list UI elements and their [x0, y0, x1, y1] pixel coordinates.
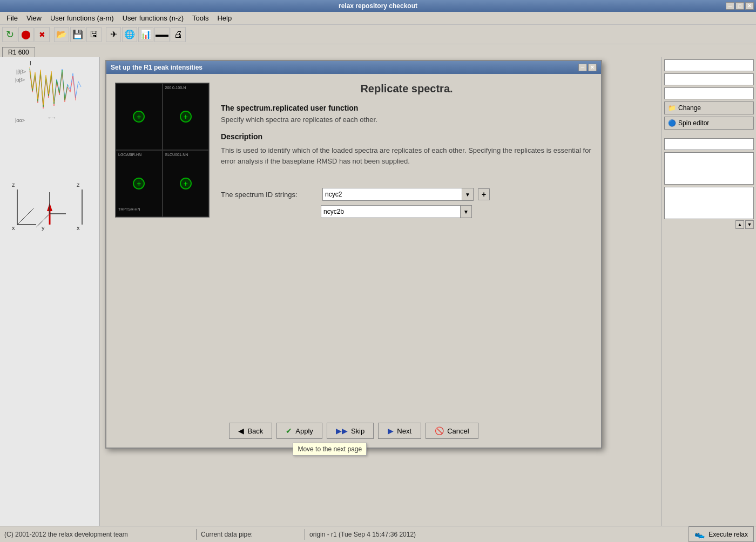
- form-label: The spectrum ID strings:: [221, 191, 318, 199]
- svg-text:→: →: [51, 115, 56, 120]
- preview-cell-3: LGCASIR-HN TRPTSR-HN: [116, 150, 163, 217]
- toolbar-open-btn[interactable]: 📂: [54, 27, 69, 42]
- close-btn[interactable]: ✕: [745, 2, 754, 10]
- toolbar-globe-btn[interactable]: 🌐: [122, 27, 137, 42]
- app-title-bar: relax repository checkout ─ □ ✕: [0, 0, 756, 12]
- minimize-btn[interactable]: ─: [726, 2, 734, 10]
- execute-relax-button[interactable]: 👟 Execute relax: [688, 526, 754, 542]
- dialog-minimize-btn[interactable]: ─: [578, 64, 587, 71]
- menu-user-functions-am[interactable]: User functions (a-m): [46, 13, 118, 23]
- sidebar-scroll-controls: ▲ ▼: [664, 220, 754, 229]
- cancel-button[interactable]: 🚫 Cancel: [426, 423, 478, 439]
- preview-cell-4: SLCU001-NN: [163, 150, 210, 217]
- next-icon: ▶: [388, 426, 394, 435]
- toolbar-chart-btn[interactable]: 📊: [138, 27, 153, 42]
- skip-icon: ▶▶: [336, 426, 348, 435]
- add-spectrum-btn[interactable]: +: [478, 188, 490, 200]
- dialog-title-label: Set up the R1 peak intensities: [111, 64, 202, 71]
- next-tooltip: Move to the next page: [293, 443, 367, 456]
- execute-icon: 👟: [694, 529, 705, 539]
- spin-editor-button[interactable]: 🔵 Spin editor: [664, 117, 754, 130]
- toolbar-bar-btn[interactable]: ▬▬: [154, 27, 170, 42]
- cancel-icon: 🚫: [435, 426, 444, 435]
- back-button[interactable]: ◀ Back: [229, 423, 272, 439]
- toolbar-run-btn[interactable]: ✈: [106, 27, 121, 42]
- dialog-preview-panel: 200.0-100-N LGCASIR-HN TRPTSR-HN SLCU001…: [115, 83, 212, 408]
- window-controls: ─ □ ✕: [726, 2, 754, 10]
- peak-marker-2: [180, 111, 192, 123]
- dialog: Set up the R1 peak intensities ─ ✕: [105, 60, 602, 449]
- svg-text:|ββ>: |ββ>: [16, 69, 26, 74]
- next-button[interactable]: ▶ Next Move to the next page: [378, 423, 421, 439]
- menu-view[interactable]: View: [22, 13, 46, 23]
- toolbar-save-btn[interactable]: 💾: [70, 27, 85, 42]
- svg-text:y: y: [42, 225, 45, 231]
- function-title: The spectrum.replicated user function: [221, 104, 592, 112]
- dialog-content: Replicate spectra. The spectrum.replicat…: [221, 83, 592, 408]
- status-bar: (C) 2001-2012 the relax development team…: [0, 526, 756, 542]
- app-title: relax repository checkout: [339, 2, 417, 10]
- svg-text:z: z: [12, 181, 15, 188]
- spectrum-id-input-2[interactable]: ncyc2b: [321, 205, 472, 218]
- menu-tools[interactable]: Tools: [188, 13, 213, 23]
- left-panel: I |ββ> |αβ> |αα> ← → z x: [0, 57, 100, 526]
- menu-file[interactable]: File: [2, 13, 22, 23]
- svg-text:|αβ>: |αβ>: [15, 77, 25, 83]
- svg-text:x: x: [77, 225, 80, 231]
- spectrum-id-dropdown-1[interactable]: ▼: [462, 188, 474, 201]
- apply-button[interactable]: ✔ Apply: [276, 423, 322, 439]
- sidebar-input-4[interactable]: [664, 138, 754, 150]
- change-button[interactable]: 📁 Change: [664, 101, 754, 114]
- menu-bar: File View User functions (a-m) User func…: [0, 12, 756, 25]
- toolbar-new-btn[interactable]: ↻: [2, 27, 17, 42]
- sidebar-input-3[interactable]: [664, 87, 754, 99]
- sidebar-input-2[interactable]: [664, 73, 754, 85]
- dialog-body: 200.0-100-N LGCASIR-HN TRPTSR-HN SLCU001…: [106, 74, 601, 416]
- peak-marker-3: [133, 178, 145, 189]
- spectra-chart: I |ββ> |αβ> |αα> ← →: [0, 57, 99, 165]
- xyz-display: z x y z x: [0, 165, 99, 235]
- skip-button[interactable]: ▶▶ Skip: [327, 423, 374, 439]
- dialog-footer: ◀ Back ✔ Apply ▶▶ Skip ▶ Next Move to th…: [106, 416, 601, 448]
- main-area: I |ββ> |αβ> |αα> ← → z x: [0, 57, 756, 526]
- scroll-down-btn[interactable]: ▼: [745, 220, 754, 229]
- dialog-close-btn[interactable]: ✕: [588, 64, 597, 71]
- sidebar-input-1[interactable]: [664, 59, 754, 71]
- svg-text:x: x: [12, 225, 15, 231]
- toolbar: ↻ ⬤ ✖ 📂 💾 🖫 ✈ 🌐 📊 ▬▬ 🖨: [0, 25, 756, 44]
- form-row-2: ncyc2b ▼: [321, 205, 592, 218]
- sidebar-display-area: [664, 187, 754, 219]
- peak-marker-4: [180, 178, 192, 189]
- right-sidebar: 📁 Change 🔵 Spin editor ▲ ▼: [662, 57, 756, 526]
- toolbar-close-btn[interactable]: ✖: [35, 27, 50, 42]
- status-copyright: (C) 2001-2012 the relax development team: [0, 531, 196, 538]
- menu-help[interactable]: Help: [213, 13, 236, 23]
- dialog-title-controls: ─ ✕: [578, 64, 597, 71]
- select-wrapper-1: ncyc2 ▼: [322, 188, 474, 201]
- sidebar-textarea-1[interactable]: [664, 152, 754, 185]
- center-area: Set up the R1 peak intensities ─ ✕: [100, 57, 662, 526]
- folder-icon: 📁: [668, 104, 676, 112]
- dialog-main-title: Replicate spectra.: [221, 83, 592, 95]
- toolbar-saveas-btn[interactable]: 🖫: [86, 27, 102, 42]
- maximize-btn[interactable]: □: [735, 2, 744, 10]
- dialog-preview-image: 200.0-100-N LGCASIR-HN TRPTSR-HN SLCU001…: [115, 83, 210, 218]
- description-text: This is used to identify which of the lo…: [221, 145, 592, 166]
- peak-marker-1: [133, 111, 145, 123]
- toolbar-stop-btn[interactable]: ⬤: [18, 27, 33, 42]
- spectrum-id-dropdown-2[interactable]: ▼: [460, 205, 472, 218]
- select-wrapper-2: ncyc2b ▼: [321, 205, 472, 218]
- preview-cell-2: 200.0-100-N: [163, 83, 210, 150]
- tab-r1-600[interactable]: R1 600: [2, 47, 35, 57]
- status-pipe-label: Current data pipe:: [197, 531, 305, 538]
- sidebar-scrollbar-area: ▲ ▼: [664, 187, 754, 229]
- spectrum-id-input-1[interactable]: ncyc2: [322, 188, 474, 201]
- tab-bar: R1 600: [0, 44, 756, 57]
- menu-user-functions-nz[interactable]: User functions (n-z): [118, 13, 188, 23]
- svg-line-11: [17, 208, 33, 225]
- form-row-1: The spectrum ID strings: ncyc2 ▼ +: [221, 188, 592, 201]
- spin-icon: 🔵: [668, 119, 676, 127]
- toolbar-print-btn[interactable]: 🖨: [171, 27, 186, 42]
- svg-text:|αα>: |αα>: [15, 118, 25, 123]
- scroll-up-btn[interactable]: ▲: [735, 220, 744, 229]
